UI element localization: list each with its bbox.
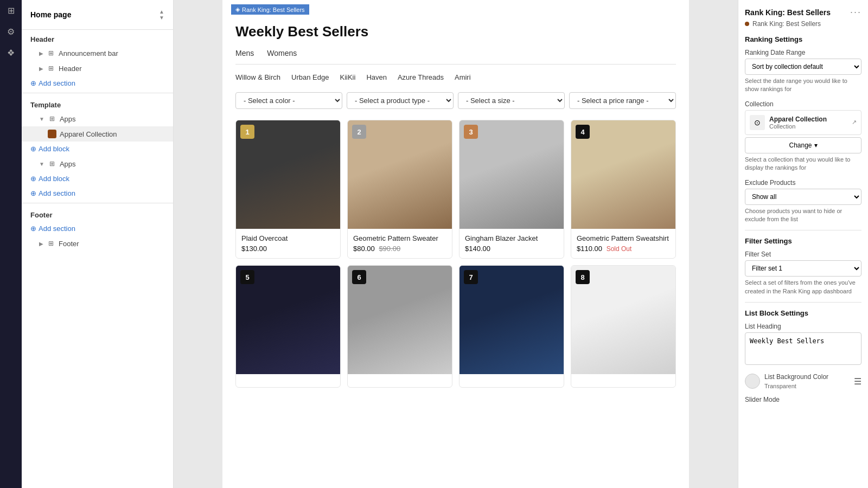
brand-tab-3[interactable]: KiiKii xyxy=(340,73,355,81)
add-block-btn-1[interactable]: ⊕ Add block xyxy=(22,142,173,156)
bg-color-info xyxy=(745,374,760,389)
product-card-1: 1 Plaid Overcoat $130.00 xyxy=(235,120,341,259)
sidebar-item-apps-2[interactable]: ▼ ⊞ Apps xyxy=(22,156,173,171)
plus-icon: ⊕ xyxy=(30,79,36,87)
sidebar-item-label: Announcement bar xyxy=(59,49,118,57)
scroll-up-icon[interactable]: ▲ xyxy=(159,9,164,15)
sidebar-item-apps-1[interactable]: ▼ ⊞ Apps xyxy=(22,111,173,126)
page-title: Weekly Best Sellers xyxy=(235,23,676,40)
add-block-btn-2[interactable]: ⊕ Add block xyxy=(22,171,173,186)
grid-icon[interactable]: ⊞ xyxy=(8,5,15,16)
rank-badge-4: 4 xyxy=(576,125,590,139)
product-card-2: 2 Geometric Pattern Sweater $80.00 $90.0… xyxy=(347,120,452,259)
sidebar-apps-label: Apps xyxy=(60,115,76,123)
brand-tab-2[interactable]: Urban Edge xyxy=(291,73,329,81)
price-original-2: $90.00 xyxy=(379,245,400,253)
product-price-1: $130.00 xyxy=(241,245,335,253)
sidebar-header-section: Header xyxy=(22,30,173,46)
price-value-3: $140.00 xyxy=(465,245,490,253)
sidebar-item-header[interactable]: ▶ ⊞ Header xyxy=(22,61,173,76)
collection-type: Collection xyxy=(769,123,827,130)
collection-info: Apparel Collection Collection xyxy=(769,115,827,130)
bg-color-label: List Background Color xyxy=(764,373,854,381)
plus-icon: ⊕ xyxy=(30,189,36,197)
price-select[interactable]: - Select a price range - xyxy=(569,92,676,109)
brand-tab-6[interactable]: Amiri xyxy=(455,73,471,81)
add-section-btn-header[interactable]: ⊕ Add section xyxy=(22,76,173,91)
settings-icon[interactable]: ⚙ xyxy=(7,27,15,37)
chevron-icon: ▶ xyxy=(39,241,43,247)
rank-badge-8: 8 xyxy=(576,270,590,284)
product-card-3: 3 Gingham Blazer Jacket $140.00 xyxy=(459,120,564,259)
collection-name: Apparel Collection xyxy=(769,115,827,123)
chevron-icon: ▼ xyxy=(39,161,44,167)
right-sidebar-header: Rank King: Best Sellers ··· xyxy=(745,7,861,18)
rank-king-badge: ◈ Rank King: Best Sellers xyxy=(231,4,309,15)
color-swatch[interactable] xyxy=(745,374,760,389)
apps-icon[interactable]: ❖ xyxy=(7,48,15,58)
product-info-8 xyxy=(571,374,675,387)
filter-set-select[interactable]: Filter set 1 xyxy=(745,260,861,277)
ranking-settings-title: Ranking Settings xyxy=(745,35,861,43)
apps-block-icon: ⊞ xyxy=(48,159,56,168)
products-grid: 1 Plaid Overcoat $130.00 2 Geometric Pat… xyxy=(235,120,676,388)
sidebar-footer-section: Footer xyxy=(22,206,173,221)
preview-frame: ◈ Rank King: Best Sellers Weekly Best Se… xyxy=(222,0,689,488)
brand-tabs: Willow & Birch Urban Edge KiiKii Haven A… xyxy=(235,73,676,81)
block-icon: ⊞ xyxy=(47,64,55,73)
block-icon: ⊞ xyxy=(47,49,55,57)
exclude-products-select[interactable]: Show all xyxy=(745,189,861,205)
product-name-2: Geometric Pattern Sweater xyxy=(353,234,446,242)
chevron-icon: ▼ xyxy=(39,116,44,122)
rank-badge-1: 1 xyxy=(240,125,254,139)
sidebar-apps-label-2: Apps xyxy=(60,160,76,168)
crown-icon: ♛ xyxy=(48,130,56,138)
bg-color-value: Transparent xyxy=(764,383,854,389)
brand-tab-4[interactable]: Haven xyxy=(366,73,387,81)
chevron-icon: ▶ xyxy=(39,50,43,56)
list-heading-label: List Heading xyxy=(745,323,861,330)
layers-icon[interactable]: ☰ xyxy=(854,376,861,387)
filter-settings-title: Filter Settings xyxy=(745,237,861,245)
product-info-4: Geometric Pattern Sweatshirt $110.00 Sol… xyxy=(571,229,675,258)
size-select[interactable]: - Select a size - xyxy=(458,92,565,109)
add-section-btn-footer[interactable]: ⊕ Add section xyxy=(22,221,173,236)
rank-badge-2: 2 xyxy=(352,125,366,139)
price-value-4: $110.00 xyxy=(577,245,602,253)
change-btn-label: Change xyxy=(789,142,812,149)
more-options-btn[interactable]: ··· xyxy=(850,7,861,18)
product-type-select[interactable]: - Select a product type - xyxy=(347,92,454,109)
sidebar-item-footer[interactable]: ▶ ⊞ Footer xyxy=(22,236,173,251)
badge-icon: ◈ xyxy=(235,6,240,13)
product-card-6: 6 xyxy=(347,265,452,388)
product-name-1: Plaid Overcoat xyxy=(241,234,335,242)
tab-womens[interactable]: Womens xyxy=(267,49,297,60)
sidebar-apparel-label: Apparel Collection xyxy=(60,130,117,138)
product-info-6 xyxy=(348,374,452,387)
add-section-btn-template[interactable]: ⊕ Add section xyxy=(22,186,173,201)
brand-tab-1[interactable]: Willow & Birch xyxy=(235,73,280,81)
rank-badge-6: 6 xyxy=(352,270,366,284)
add-section-label: Add section xyxy=(39,79,75,87)
tab-mens[interactable]: Mens xyxy=(235,49,254,60)
scroll-down-icon[interactable]: ▼ xyxy=(159,15,164,21)
rank-badge-5: 5 xyxy=(240,270,254,284)
icon-bar: ⊞ ⚙ ❖ xyxy=(0,0,22,488)
product-info-3: Gingham Blazer Jacket $140.00 xyxy=(459,229,564,258)
sidebar-item-announcement-bar[interactable]: ▶ ⊞ Announcement bar xyxy=(22,46,173,61)
brand-tab-5[interactable]: Azure Threads xyxy=(398,73,444,81)
right-sidebar: Rank King: Best Sellers ··· Rank King: B… xyxy=(738,0,868,488)
external-link-icon[interactable]: ↗ xyxy=(852,119,857,126)
exclude-products-label: Exclude Products xyxy=(745,179,861,187)
chevron-down-icon: ▾ xyxy=(814,142,818,149)
color-select[interactable]: - Select a color - xyxy=(235,92,342,109)
date-range-select[interactable]: Sort by collection default Last 7 days L… xyxy=(745,59,861,75)
dot-icon xyxy=(745,22,749,26)
sidebar-item-apparel-collection[interactable]: ♛ Apparel Collection xyxy=(22,126,173,142)
change-collection-btn[interactable]: Change ▾ xyxy=(745,137,861,153)
product-name-4: Geometric Pattern Sweatshirt xyxy=(577,234,670,242)
date-range-helper: Select the date range you would like to … xyxy=(745,77,861,94)
bg-color-row: List Background Color Transparent ☰ xyxy=(745,373,861,389)
list-heading-input[interactable]: Weekly Best Sellers xyxy=(745,332,861,365)
bg-color-label-container: List Background Color Transparent xyxy=(764,373,854,389)
